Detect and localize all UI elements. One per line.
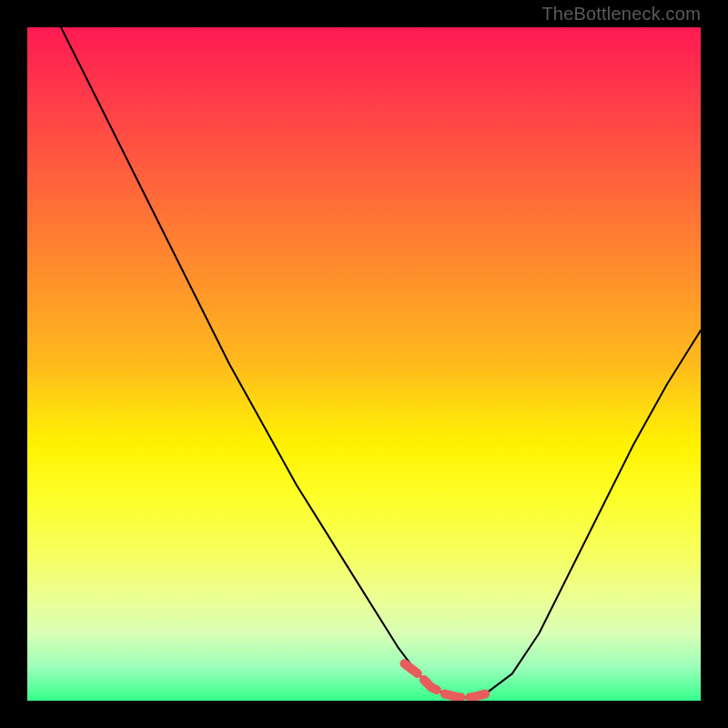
highlight-segment [404, 663, 485, 697]
watermark-text: TheBottleneck.com [541, 4, 701, 25]
bottleneck-curve [61, 27, 701, 697]
chart-frame: TheBottleneck.com [0, 0, 728, 728]
chart-svg [27, 27, 701, 701]
